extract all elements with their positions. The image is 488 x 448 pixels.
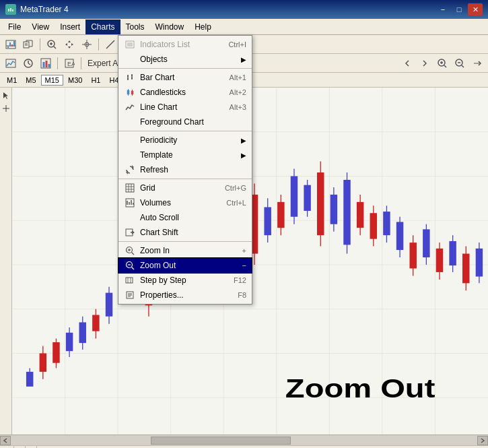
menu-window[interactable]: Window xyxy=(150,20,190,34)
menu-properties[interactable]: Properties... F8 xyxy=(118,288,252,302)
scroll-right-btn[interactable] xyxy=(477,436,488,445)
indicators-list-label: Indicators List xyxy=(140,40,228,49)
menu-view[interactable]: View xyxy=(26,20,55,34)
menu-volumes[interactable]: Volumes Ctrl+L xyxy=(118,195,252,210)
cross-tool[interactable] xyxy=(1,103,11,114)
step-by-step-icon xyxy=(124,274,136,286)
tf-m1[interactable]: M1 xyxy=(3,75,21,86)
zoom-out-shortcut: − xyxy=(242,261,246,269)
minimize-button[interactable]: − xyxy=(435,3,450,15)
periodicity-icon xyxy=(124,134,136,146)
menu-file[interactable]: File xyxy=(3,20,26,34)
menu-periodicity[interactable]: Periodicity ▶ xyxy=(118,133,252,148)
bar-chart-icon xyxy=(124,71,136,84)
sep1 xyxy=(118,68,252,69)
svg-rect-102 xyxy=(277,202,284,228)
menu-chart-shift[interactable]: Chart Shift xyxy=(118,225,252,240)
line-chart-icon xyxy=(124,101,136,113)
left-panel xyxy=(0,88,12,435)
line-tool[interactable] xyxy=(102,37,118,52)
sep3 xyxy=(118,179,252,179)
sep2 xyxy=(118,131,252,131)
scroll-left-btn[interactable] xyxy=(0,436,11,445)
svg-rect-72 xyxy=(79,322,86,343)
period-btn[interactable] xyxy=(20,56,36,71)
menu-charts[interactable]: Charts xyxy=(85,20,120,34)
zoom-out-chart-label: Zoom Out xyxy=(285,374,435,404)
scroll-thumb[interactable] xyxy=(151,437,291,445)
menu-indicators-list[interactable]: Indicators List Ctrl+I xyxy=(118,37,252,52)
svg-line-30 xyxy=(28,63,30,65)
chart-wizard-btn[interactable] xyxy=(38,56,54,71)
app-icon xyxy=(5,4,16,15)
tf-m15[interactable]: M15 xyxy=(41,75,63,86)
move-btn[interactable] xyxy=(61,37,77,52)
svg-rect-70 xyxy=(66,333,73,351)
zoom-in-chart[interactable] xyxy=(434,56,450,71)
svg-rect-68 xyxy=(53,342,59,363)
svg-rect-114 xyxy=(357,202,363,228)
svg-line-17 xyxy=(54,46,56,49)
periodicity-arrow: ▶ xyxy=(241,137,246,144)
template-arrow: ▶ xyxy=(241,152,246,159)
menu-help[interactable]: Help xyxy=(189,20,217,34)
svg-line-164 xyxy=(132,253,135,255)
tf-m30[interactable]: M30 xyxy=(64,75,86,86)
chart-shift-label: Chart Shift xyxy=(140,228,246,237)
foreground-chart-label: Foreground Chart xyxy=(140,117,246,127)
volumes-label: Volumes xyxy=(140,198,226,207)
tf-m5[interactable]: M5 xyxy=(22,75,40,86)
menu-insert[interactable]: Insert xyxy=(55,20,85,34)
zoom-in-icon xyxy=(124,245,136,257)
chart-nav-left[interactable] xyxy=(399,56,415,71)
bar-chart-label: Bar Chart xyxy=(140,73,230,82)
candlesticks-shortcut: Alt+2 xyxy=(230,88,246,96)
svg-rect-74 xyxy=(92,315,99,331)
zoom-out-chart[interactable] xyxy=(452,56,468,71)
svg-rect-146 xyxy=(131,91,133,94)
menu-bar-chart[interactable]: Bar Chart Alt+1 xyxy=(118,70,252,85)
close-button[interactable]: ✕ xyxy=(468,3,483,15)
new-chart-btn[interactable] xyxy=(3,37,19,52)
menu-candlesticks[interactable]: Candlesticks Alt+2 xyxy=(118,85,252,100)
expert-btn[interactable]: EA xyxy=(61,56,77,71)
title-controls: − □ ✕ xyxy=(435,3,483,15)
scroll-right-btn[interactable] xyxy=(469,56,485,71)
auto-scroll-icon xyxy=(124,212,136,224)
menu-foreground-chart[interactable]: Foreground Chart xyxy=(118,115,252,129)
sep4 xyxy=(118,241,252,242)
menu-zoom-in[interactable]: Zoom In + xyxy=(118,243,252,258)
candlesticks-icon xyxy=(124,86,136,98)
maximize-button[interactable]: □ xyxy=(452,3,466,15)
indicators-list-icon xyxy=(124,38,136,51)
objects-arrow: ▶ xyxy=(241,56,246,63)
menu-tools[interactable]: Tools xyxy=(120,20,150,34)
svg-rect-106 xyxy=(304,185,310,211)
status-bar xyxy=(0,445,488,448)
sep1 xyxy=(40,38,40,51)
menu-grid[interactable]: Grid Ctrl+G xyxy=(118,181,252,195)
indicators-btn[interactable] xyxy=(3,56,19,71)
svg-line-43 xyxy=(462,65,464,67)
menu-zoom-out[interactable]: Zoom Out − xyxy=(118,258,252,273)
menu-objects[interactable]: Objects ▶ xyxy=(118,52,252,67)
pointer-tool[interactable] xyxy=(1,90,11,101)
zoom-in-btn[interactable] xyxy=(44,37,60,52)
menu-line-chart[interactable]: Line Chart Alt+3 xyxy=(118,100,252,115)
open-btn[interactable] xyxy=(20,37,36,52)
tf-h1[interactable]: H1 xyxy=(87,75,104,86)
svg-rect-9 xyxy=(11,44,13,46)
menu-auto-scroll[interactable]: Auto Scroll xyxy=(118,210,252,225)
crosshair-btn[interactable] xyxy=(79,37,95,52)
svg-rect-130 xyxy=(462,254,469,284)
menu-step-by-step[interactable]: Step by Step F12 xyxy=(118,273,252,288)
menu-refresh[interactable]: Refresh xyxy=(118,162,252,177)
zoom-in-label: Zoom In xyxy=(140,246,242,255)
dropdown-menu: Indicators List Ctrl+I Objects ▶ xyxy=(118,35,252,305)
svg-rect-128 xyxy=(449,241,456,265)
svg-rect-76 xyxy=(106,293,112,317)
svg-rect-116 xyxy=(370,213,377,238)
chart-nav-right[interactable] xyxy=(417,56,433,71)
scroll-track[interactable] xyxy=(11,437,477,445)
menu-template[interactable]: Template ▶ xyxy=(118,148,252,162)
